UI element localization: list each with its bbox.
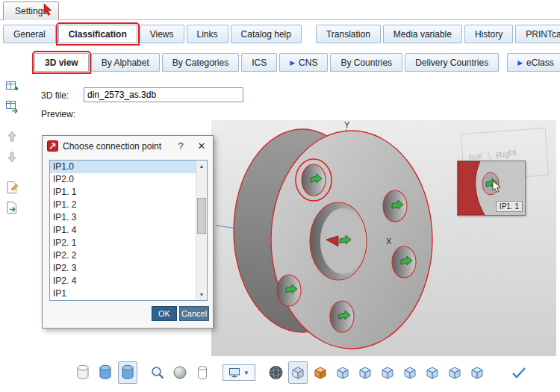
list-item[interactable]: IP1. 4 <box>50 224 196 237</box>
list-item[interactable]: IP2.0 <box>50 173 196 186</box>
tab-links[interactable]: Links <box>187 25 228 43</box>
subtab-by-alphabet[interactable]: By Alphabet <box>91 53 160 72</box>
wire-box-view-icon[interactable] <box>333 361 352 384</box>
3d-file-input[interactable] <box>84 87 243 102</box>
move-up-icon[interactable] <box>4 128 20 145</box>
edit-document-icon[interactable] <box>4 179 20 196</box>
wire-box-view-icon[interactable] <box>355 361 375 384</box>
tab-printcatalog[interactable]: PRINTcatalog <box>515 25 560 43</box>
subtab-by-categories[interactable]: By Categories <box>162 53 239 72</box>
screen-icon <box>228 367 240 378</box>
wire-box-view-icon[interactable] <box>400 361 420 384</box>
subtab-ics[interactable]: ICS <box>241 53 277 72</box>
solid-box-view-icon[interactable] <box>288 361 308 384</box>
settings-tab-label: Settings <box>15 6 47 16</box>
scroll-down-icon[interactable]: ▼ <box>196 289 207 300</box>
left-toolbar <box>2 78 22 216</box>
export-document-icon[interactable] <box>4 199 20 216</box>
choose-connection-point-dialog: Choose connection point ? ✕ IP1.0 IP2.0 … <box>42 135 214 329</box>
cup-view-icon[interactable] <box>193 361 212 384</box>
ok-button[interactable]: OK <box>152 306 177 321</box>
subtab-eclass[interactable]: ▶eClass <box>507 53 560 72</box>
wire-box-view-icon[interactable] <box>423 361 442 384</box>
classification-sub-tab-strip: 3D view By Alphabet By Categories ICS ▶C… <box>34 53 560 72</box>
play-icon: ▶ <box>517 57 523 68</box>
dialog-title: Choose connection point <box>63 141 168 152</box>
textured-box-view-icon[interactable] <box>311 361 330 384</box>
tab-views[interactable]: Views <box>140 25 184 43</box>
confirm-check-icon[interactable] <box>509 361 529 384</box>
tab-media-variable[interactable]: Media variable <box>383 25 462 43</box>
connection-point-tooltip: IP1. 1 <box>457 161 526 216</box>
cancel-button[interactable]: Cancel <box>179 306 209 321</box>
list-item[interactable]: IP2. 2 <box>50 249 196 262</box>
list-item[interactable]: IP2. 1 <box>50 237 196 249</box>
3d-file-label: 3D file: <box>41 90 69 101</box>
list-item[interactable]: IP2. 4 <box>50 275 196 287</box>
tooltip-label: IP1. 1 <box>496 201 523 212</box>
list-item[interactable]: IP2. 3 <box>50 262 196 275</box>
list-item[interactable]: IP1.0 <box>50 161 196 173</box>
scrollbar-thumb[interactable] <box>197 198 206 234</box>
move-down-icon[interactable] <box>4 149 20 165</box>
list-item[interactable]: IP1. 3 <box>50 211 196 224</box>
tab-general[interactable]: General <box>3 25 56 43</box>
list-item[interactable]: IP1. 2 <box>50 199 196 211</box>
red-cursor-annotation-icon <box>43 4 54 16</box>
list-item[interactable]: IP1. 1 <box>50 186 196 199</box>
flange-3d-model: Y X <box>211 120 556 356</box>
tab-catalog-help[interactable]: Catalog help <box>231 25 302 43</box>
play-icon: ▶ <box>290 57 295 68</box>
sphere-view-icon[interactable] <box>170 361 190 384</box>
zoom-icon[interactable] <box>148 361 167 384</box>
3d-preview-viewport[interactable]: Roll Right Y <box>211 120 556 356</box>
connection-point-list: IP1.0 IP2.0 IP1. 1 IP1. 2 IP1. 3 IP1. 4 … <box>49 160 208 301</box>
scroll-up-icon[interactable]: ▲ <box>196 161 207 172</box>
dialog-close-button[interactable]: ✕ <box>193 140 210 152</box>
shaded-cylinder-view-icon[interactable] <box>96 361 115 384</box>
wire-box-view-icon[interactable] <box>378 361 397 384</box>
dialog-help-button[interactable]: ? <box>172 140 189 152</box>
add-table-icon[interactable] <box>4 78 20 94</box>
window-top-bar: Settings <box>0 0 560 20</box>
x-axis-label: X <box>386 237 392 246</box>
subtab-delivery-countries[interactable]: Delivery Countries <box>405 53 499 72</box>
tab-translation[interactable]: Translation <box>316 25 381 43</box>
wire-box-view-icon[interactable] <box>467 361 487 384</box>
tab-history[interactable]: History <box>464 25 513 43</box>
list-item[interactable]: IP1 <box>50 287 196 300</box>
dropdown-arrow-icon: ▼ <box>243 370 249 376</box>
tab-classification[interactable]: Classification <box>58 25 137 43</box>
subtab-3d-view[interactable]: 3D view <box>34 53 89 72</box>
shaded-cylinder-view-active-icon[interactable] <box>118 361 137 384</box>
list-scrollbar[interactable]: ▲ ▼ <box>196 161 207 300</box>
import-table-icon[interactable] <box>4 98 20 114</box>
cylinder-view-icon[interactable] <box>73 361 93 384</box>
y-axis-label: Y <box>344 120 350 129</box>
subtab-cns[interactable]: ▶CNS <box>279 53 328 72</box>
view-mode-toolbar: ▼ <box>73 358 529 387</box>
display-mode-dropdown[interactable]: ▼ <box>223 364 255 381</box>
dialog-title-bar[interactable]: Choose connection point ? ✕ <box>43 136 213 156</box>
preview-label: Preview: <box>41 109 75 119</box>
subtab-by-countries[interactable]: By Countries <box>330 53 402 72</box>
mesh-sphere-view-icon[interactable] <box>266 361 285 384</box>
main-tab-strip: General Classification Views Links Catal… <box>3 25 560 43</box>
dialog-app-icon <box>47 140 58 152</box>
wire-box-view-icon[interactable] <box>445 361 464 384</box>
